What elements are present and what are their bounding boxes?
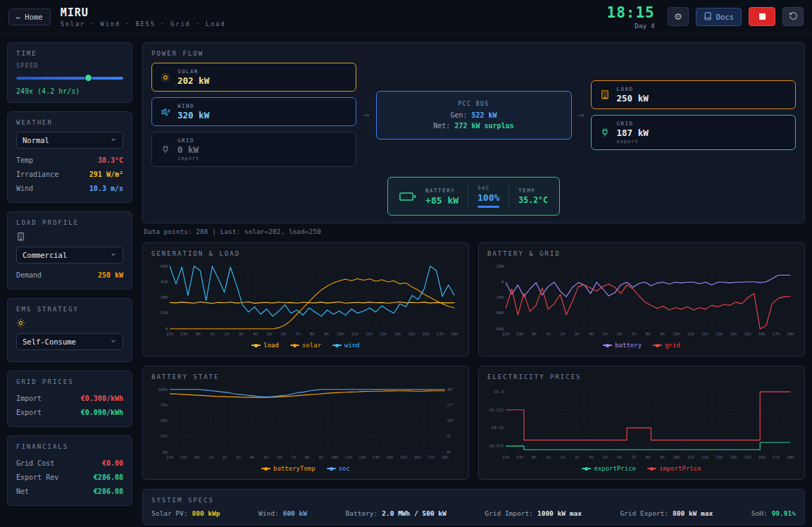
- svg-text:150: 150: [161, 311, 168, 315]
- kv-row: Import€0.300/kWh: [16, 391, 123, 405]
- svg-text:23h: 23h: [180, 332, 187, 336]
- legend-marker-icon: [290, 345, 299, 346]
- svg-text:22h: 22h: [502, 332, 509, 336]
- svg-text:17h: 17h: [773, 455, 780, 459]
- svg-text:23h: 23h: [516, 332, 523, 336]
- svg-text:€0.225: €0.225: [489, 408, 504, 412]
- battery-state-chart-panel: BATTERY STATE 22h23h0h1h2h3h4h5h6h7h8h9h…: [142, 366, 469, 480]
- battery-label: BATTERY: [425, 187, 458, 194]
- battery-temp-value: 35.2°C: [518, 195, 548, 205]
- stop-button[interactable]: [749, 7, 775, 26]
- svg-text:2h: 2h: [224, 332, 229, 336]
- soc-value: 100%: [477, 192, 499, 203]
- svg-text:-400: -400: [494, 311, 504, 315]
- legend-marker-icon: [582, 468, 591, 469]
- legend-item[interactable]: battery: [603, 342, 642, 349]
- chevron-down-icon: [110, 251, 117, 259]
- svg-text:23h: 23h: [180, 455, 187, 459]
- legend-item[interactable]: importPrice: [647, 465, 701, 472]
- svg-text:23h: 23h: [516, 455, 523, 459]
- home-button[interactable]: ← Home: [8, 8, 51, 25]
- docs-button[interactable]: Docs: [696, 8, 742, 26]
- weather-select-value: Normal: [23, 136, 49, 144]
- ems-strategy-select[interactable]: Self-Consume: [16, 333, 123, 350]
- svg-text:-600: -600: [494, 327, 504, 331]
- load-power-value: 250 kW: [617, 93, 649, 104]
- battery-temp-label: TEMP: [518, 187, 548, 194]
- grid-prices-panel: GRID PRICES Import€0.300/kWhExport€0.090…: [7, 371, 132, 427]
- kv-value: €286.08: [94, 473, 123, 481]
- battery-state-chart: 22h23h0h1h2h3h4h5h6h7h8h9h10h11h12h13h14…: [151, 386, 460, 461]
- legend-item[interactable]: solar: [290, 342, 321, 349]
- svg-text:9h: 9h: [660, 332, 665, 336]
- speed-slider[interactable]: [16, 73, 123, 83]
- svg-text:12h: 12h: [701, 332, 708, 336]
- ems-strategy-select-value: Self-Consume: [23, 337, 76, 346]
- kv-label: Wind: [16, 185, 33, 192]
- svg-text:14h: 14h: [730, 455, 737, 459]
- svg-text:8h: 8h: [646, 332, 651, 336]
- slider-thumb[interactable]: [85, 74, 92, 82]
- power-flow-diagram: SOLAR202 kW WIND320 kW GRID0 kWimport → …: [151, 63, 796, 167]
- svg-text:4h: 4h: [250, 455, 255, 459]
- svg-text:15h: 15h: [400, 455, 407, 459]
- kv-label: Battery:: [346, 509, 378, 517]
- svg-text:4h: 4h: [589, 455, 594, 459]
- svg-text:100%: 100%: [158, 388, 168, 392]
- settings-button[interactable]: ⚙: [668, 7, 689, 26]
- load-box: LOAD250 kW: [591, 80, 796, 109]
- load-box-label: LOAD: [617, 86, 649, 92]
- ems-strategy-panel-title: EMS STRATEGY: [16, 306, 123, 313]
- financials-rows: Grid Cost€0.00Export Rev€286.08Net€286.0…: [16, 456, 123, 498]
- kv-row: Irradiance291 W/m²: [16, 167, 123, 181]
- kv-value: 800 kW max: [673, 509, 713, 517]
- legend-label: importPrice: [659, 465, 701, 472]
- chart-legend: batterygrid: [487, 342, 796, 349]
- legend-item[interactable]: soc: [327, 465, 350, 472]
- legend-item[interactable]: exportPrice: [582, 465, 636, 472]
- svg-text:8h: 8h: [310, 332, 315, 336]
- svg-text:450: 450: [161, 280, 168, 284]
- building-icon: [16, 232, 25, 241]
- book-icon: [704, 12, 712, 22]
- svg-text:16h: 16h: [758, 455, 766, 459]
- kv-label: SoH:: [751, 509, 768, 517]
- grid-import-label: GRID: [177, 137, 199, 144]
- kv-row: Grid Export:800 kW max: [620, 509, 713, 517]
- sinks-column: LOAD250 kW GRID187 kWexport: [591, 80, 796, 150]
- svg-text:14h: 14h: [394, 332, 401, 336]
- time-panel: TIME SPEED 249x (4.2 hr/s): [7, 42, 132, 103]
- pcc-bus-label: PCC BUS: [384, 101, 564, 107]
- kv-row: Temp38.3°C: [16, 153, 123, 167]
- reset-button[interactable]: [782, 7, 804, 26]
- legend-label: grid: [665, 342, 680, 349]
- legend-item[interactable]: grid: [653, 342, 680, 349]
- svg-text:16h: 16h: [423, 332, 430, 336]
- pcc-bus-box: PCC BUS Gen: 522 kW Net: 272 kW surplus: [376, 91, 572, 140]
- weather-select[interactable]: Normal: [16, 132, 123, 149]
- wind-box-label: WIND: [177, 103, 209, 109]
- kv-value: 99.91%: [772, 509, 796, 517]
- svg-text:3h: 3h: [239, 332, 244, 336]
- svg-text:15h: 15h: [744, 332, 751, 336]
- svg-text:9°: 9°: [447, 434, 452, 438]
- svg-text:1h: 1h: [546, 455, 551, 459]
- grid-prices-rows: Import€0.300/kWhExport€0.090/kWh: [16, 391, 123, 419]
- svg-text:1h: 1h: [210, 332, 215, 336]
- gear-icon: ⚙: [674, 12, 682, 21]
- svg-text:22h: 22h: [166, 455, 173, 459]
- svg-text:0h: 0h: [196, 332, 201, 336]
- wind-power-value: 320 kW: [177, 110, 209, 120]
- legend-label: load: [263, 342, 279, 349]
- legend-item[interactable]: batteryTemp: [261, 465, 316, 472]
- soc-label: SoC: [477, 185, 499, 191]
- grid-import-value: 0 kW: [177, 144, 199, 155]
- svg-text:10h: 10h: [337, 332, 344, 336]
- svg-text:0: 0: [501, 280, 504, 284]
- divider: [468, 185, 468, 208]
- legend-marker-icon: [332, 345, 342, 346]
- kv-value: 38.3°C: [98, 156, 123, 164]
- legend-item[interactable]: wind: [332, 342, 360, 349]
- legend-item[interactable]: load: [251, 342, 279, 349]
- load-profile-select[interactable]: Commercial: [16, 247, 123, 264]
